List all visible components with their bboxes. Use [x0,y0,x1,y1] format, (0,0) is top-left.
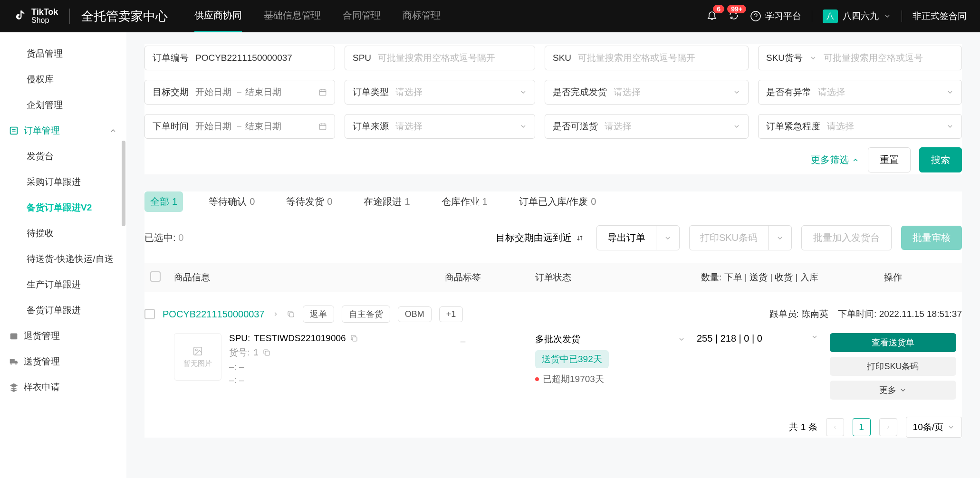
filter-sku[interactable]: SKU [545,46,749,70]
tab-warehouse[interactable]: 仓库作业1 [436,191,493,212]
tab-await-confirm[interactable]: 等待确认0 [203,191,260,212]
batch-ship-button[interactable]: 批量加入发货台 [801,225,892,250]
sidebar-item-purchase-track[interactable]: 采购订单跟进 [0,169,126,195]
nav-basic-info[interactable]: 基础信息管理 [264,9,321,33]
next-page-button[interactable] [879,418,897,436]
order-end-input[interactable] [245,121,283,132]
list-icon [9,125,19,136]
chip-selfstock: 自主备货 [342,306,390,323]
row-checkbox[interactable] [144,309,155,319]
prev-page-button[interactable] [826,418,844,436]
sidebar-item-infringement[interactable]: 侵权库 [0,67,126,92]
sidebar-item-ship-desk[interactable]: 发货台 [0,143,126,169]
search-button[interactable]: 搜索 [919,147,962,172]
filter-target-date[interactable]: 目标交期 – [144,80,335,105]
print-sku-row-button[interactable]: 打印SKU条码 [830,357,956,376]
filter-sku-code[interactable]: SKU货号 [758,46,962,70]
divider [812,10,812,22]
notifications-button[interactable]: 6 [706,10,718,23]
user-menu[interactable]: 八 八四六九 [823,10,891,23]
sidebar-item-sample[interactable]: 样衣申请 [0,374,126,400]
exception-select[interactable] [818,87,940,97]
print-sku-button[interactable]: 打印SKU条码 [689,225,792,250]
batch-review-button[interactable]: 批量审核 [901,226,962,250]
chevron-down-icon[interactable] [811,333,818,341]
copy-icon[interactable] [262,348,271,357]
copy-icon[interactable] [287,310,295,318]
help-icon [750,10,761,22]
start-date-input[interactable] [195,87,233,97]
chevron-down-icon [899,386,907,394]
chevron-right-icon [272,311,279,317]
sidebar-item-order-mgmt[interactable]: 订单管理 [0,118,126,143]
product-image-placeholder: 暂无图片 [174,333,221,381]
sku-input[interactable] [578,53,740,63]
learn-platform-link[interactable]: 学习平台 [750,10,801,22]
order-start-input[interactable] [195,121,233,132]
spu-input[interactable] [378,53,527,63]
source-select[interactable] [395,121,513,132]
tab-in-transit[interactable]: 在途跟进1 [358,191,415,212]
action-cell: 查看送货单 打印SKU条码 更多 [824,333,962,400]
filter-ship-done[interactable]: 是否完成发货 [545,80,749,105]
status-tag: 送货中已392天 [535,350,609,368]
chip-more[interactable]: +1 [439,306,463,322]
chevron-down-icon[interactable] [678,335,685,343]
nav-contract[interactable]: 合同管理 [343,9,381,33]
end-date-input[interactable] [245,87,283,97]
reset-button[interactable]: 重置 [868,147,911,172]
sidebar-item-goods[interactable]: 货品管理 [0,41,126,67]
order-id-link[interactable]: POCYB2211150000037 [163,309,265,320]
sort-dropdown[interactable]: 目标交期由远到近 [496,231,584,244]
urgency-select[interactable] [827,121,940,132]
sku-code-input[interactable] [824,53,954,63]
filter-urgency[interactable]: 订单紧急程度 [758,114,962,139]
results-panel: 全部1 等待确认0 等待发货0 在途跟进1 仓库作业1 订单已入库/作废0 已选… [144,191,962,438]
view-delivery-button[interactable]: 查看送货单 [830,333,956,352]
filter-spu[interactable]: SPU [345,46,535,70]
more-filters-toggle[interactable]: 更多筛选 [811,153,859,166]
sidebar-item-stock-track[interactable]: 备货订单跟进 [0,297,126,323]
contract-status: 非正式签合同 [913,10,967,22]
scrollbar-thumb[interactable] [122,141,125,226]
export-button[interactable]: 导出订单 [596,225,680,250]
page-1-button[interactable]: 1 [853,418,871,436]
refresh-button[interactable]: 99+ [728,10,740,23]
tab-all[interactable]: 全部1 [144,191,183,212]
svg-rect-4 [319,124,326,130]
chip-reorder: 返单 [303,306,334,323]
filter-order-time[interactable]: 下单时间 – [144,114,335,139]
sidebar-item-production-track[interactable]: 生产订单跟进 [0,272,126,297]
sidebar-item-pending-delivery[interactable]: 待送货-快递快运/自送 [0,246,126,272]
chevron-down-icon [733,123,740,130]
tab-await-ship[interactable]: 等待发货0 [280,191,338,212]
nav-trademark[interactable]: 商标管理 [403,9,441,33]
deliverable-select[interactable] [605,121,726,132]
svg-rect-2 [10,334,18,340]
select-all-checkbox[interactable] [150,271,161,282]
sidebar-item-delivery[interactable]: 送货管理 [0,349,126,374]
filter-deliverable[interactable]: 是否可送货 [545,114,749,139]
svg-rect-8 [353,337,357,341]
filter-source[interactable]: 订单来源 [345,114,535,139]
filter-order-type[interactable]: 订单类型 [345,80,535,105]
tab-stocked-void[interactable]: 订单已入库/作废0 [513,191,602,212]
chevron-down-icon [946,123,954,130]
nav-supplier-collab[interactable]: 供应商协同 [194,9,242,33]
page-size-select[interactable]: 10条/页 [906,417,962,438]
order-type-select[interactable] [395,87,513,97]
order-no-input[interactable] [195,53,327,63]
ship-done-select[interactable] [614,87,726,97]
more-actions-button[interactable]: 更多 [830,381,956,400]
sidebar-item-returns[interactable]: 退货管理 [0,323,126,349]
warning-dot-icon [535,377,539,381]
chevron-down-icon [884,12,891,20]
sidebar-item-planning[interactable]: 企划管理 [0,92,126,118]
tracker-info: 跟单员: 陈南英 [769,308,829,320]
copy-icon[interactable] [350,334,358,343]
filter-order-no[interactable]: 订单编号 [144,46,335,70]
chevron-up-icon [109,127,117,134]
sidebar-item-stock-track-v2[interactable]: 备货订单跟进V2 [0,195,126,220]
filter-exception[interactable]: 是否有异常 [758,80,962,105]
sidebar-item-pending-pickup[interactable]: 待揽收 [0,220,126,246]
